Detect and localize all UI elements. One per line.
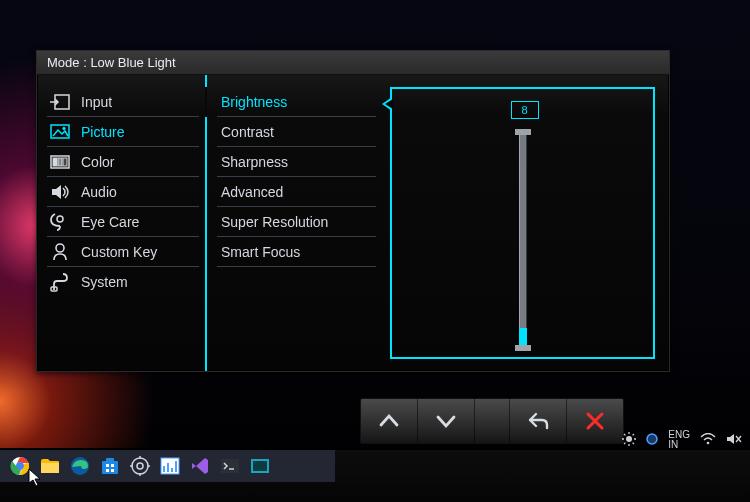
osd-subitem-list: Brightness Contrast Sharpness Advanced S… xyxy=(207,75,382,371)
subitem-sharpness[interactable]: Sharpness xyxy=(217,147,376,177)
category-audio[interactable]: Audio xyxy=(47,177,199,207)
customkey-icon xyxy=(49,241,71,263)
slider-cap-bottom xyxy=(515,345,531,351)
svg-point-31 xyxy=(132,458,148,474)
nav-down-button[interactable] xyxy=(418,399,475,443)
system-icon xyxy=(49,271,71,293)
language-indicator[interactable]: ENG IN xyxy=(668,430,690,450)
nav-back-button[interactable] xyxy=(510,399,567,443)
category-label: Eye Care xyxy=(81,214,139,230)
mode-prefix: Mode : xyxy=(47,55,87,70)
category-label: System xyxy=(81,274,128,290)
category-label: Custom Key xyxy=(81,244,157,260)
osd-category-list: Input Picture Color Audio xyxy=(37,75,207,371)
svg-rect-28 xyxy=(111,464,114,467)
category-label: Audio xyxy=(81,184,117,200)
svg-rect-29 xyxy=(106,469,109,472)
back-icon xyxy=(525,408,551,434)
subitem-advanced[interactable]: Advanced xyxy=(217,177,376,207)
eyecare-icon xyxy=(49,211,71,233)
taskbar-edge[interactable] xyxy=(68,454,92,478)
nav-close-button[interactable] xyxy=(567,399,623,443)
category-label: Input xyxy=(81,94,112,110)
subitem-label: Brightness xyxy=(221,94,287,110)
svg-rect-25 xyxy=(102,461,118,474)
taskbar-settings[interactable] xyxy=(128,454,152,478)
bezel-indicators: ENG IN xyxy=(622,430,742,450)
category-label: Color xyxy=(81,154,114,170)
subitem-label: Sharpness xyxy=(221,154,288,170)
svg-rect-4 xyxy=(53,158,57,166)
subitem-label: Contrast xyxy=(221,124,274,140)
brightness-value: 8 xyxy=(511,101,539,119)
subitem-label: Smart Focus xyxy=(221,244,300,260)
subitem-label: Advanced xyxy=(221,184,283,200)
category-system[interactable]: System xyxy=(47,267,199,297)
subitem-brightness[interactable]: Brightness xyxy=(217,87,376,117)
picture-icon xyxy=(49,121,71,143)
svg-point-10 xyxy=(626,436,632,442)
mode-name: Low Blue Light xyxy=(90,55,175,70)
color-icon xyxy=(49,151,71,173)
osd-title-bar: Mode : Low Blue Light xyxy=(37,51,669,75)
svg-rect-23 xyxy=(41,463,59,473)
subitem-superresolution[interactable]: Super Resolution xyxy=(217,207,376,237)
category-eyecare[interactable]: Eye Care xyxy=(47,207,199,237)
taskbar-ms-store[interactable] xyxy=(98,454,122,478)
taskbar-file-explorer[interactable] xyxy=(38,454,62,478)
svg-line-17 xyxy=(624,443,625,444)
taskbar-app-1[interactable] xyxy=(158,454,182,478)
taskbar-app-2[interactable] xyxy=(248,454,272,478)
wifi-icon[interactable] xyxy=(700,433,716,447)
svg-point-20 xyxy=(707,442,710,445)
svg-rect-26 xyxy=(106,458,114,462)
speaker-mute-icon[interactable] xyxy=(726,433,742,447)
svg-point-2 xyxy=(63,127,65,129)
svg-rect-45 xyxy=(253,461,267,471)
chevron-down-icon xyxy=(433,408,459,434)
brightness-slider[interactable] xyxy=(511,135,535,345)
status-dot-icon xyxy=(646,433,658,447)
osd-value-panel: 8 xyxy=(390,87,655,359)
svg-rect-40 xyxy=(171,468,173,472)
svg-rect-6 xyxy=(63,158,67,166)
svg-point-7 xyxy=(57,216,63,222)
svg-rect-42 xyxy=(221,459,239,473)
subitem-smartfocus[interactable]: Smart Focus xyxy=(217,237,376,267)
subitem-label: Super Resolution xyxy=(221,214,328,230)
brightness-indicator-icon xyxy=(622,432,636,448)
monitor-osd-window: Mode : Low Blue Light Input Picture xyxy=(36,50,670,372)
category-label: Picture xyxy=(81,124,125,140)
taskbar-visual-studio[interactable] xyxy=(188,454,212,478)
category-input[interactable]: Input xyxy=(47,87,199,117)
audio-icon xyxy=(49,181,71,203)
svg-rect-27 xyxy=(106,464,109,467)
svg-point-32 xyxy=(137,463,143,469)
monitor-hardware-buttons xyxy=(360,398,624,444)
svg-rect-38 xyxy=(163,466,165,472)
svg-rect-30 xyxy=(111,469,114,472)
chevron-up-icon xyxy=(376,408,402,434)
svg-rect-5 xyxy=(58,158,62,166)
svg-rect-39 xyxy=(167,463,169,472)
windows-taskbar xyxy=(0,450,335,482)
svg-line-16 xyxy=(633,443,634,444)
taskbar-terminal[interactable] xyxy=(218,454,242,478)
slider-track xyxy=(519,135,527,345)
category-color[interactable]: Color xyxy=(47,147,199,177)
category-picture[interactable]: Picture xyxy=(47,117,199,147)
subitem-contrast[interactable]: Contrast xyxy=(217,117,376,147)
nav-up-button[interactable] xyxy=(361,399,418,443)
category-customkey[interactable]: Custom Key xyxy=(47,237,199,267)
input-icon xyxy=(49,91,71,113)
svg-rect-41 xyxy=(175,461,177,472)
taskbar-chrome[interactable] xyxy=(8,454,32,478)
osd-body: Input Picture Color Audio xyxy=(37,75,669,371)
nav-separator xyxy=(475,399,510,443)
slider-fill xyxy=(519,328,527,345)
svg-point-8 xyxy=(56,244,64,252)
close-icon xyxy=(582,408,608,434)
svg-point-19 xyxy=(647,434,657,444)
svg-line-15 xyxy=(624,434,625,435)
svg-line-18 xyxy=(633,434,634,435)
